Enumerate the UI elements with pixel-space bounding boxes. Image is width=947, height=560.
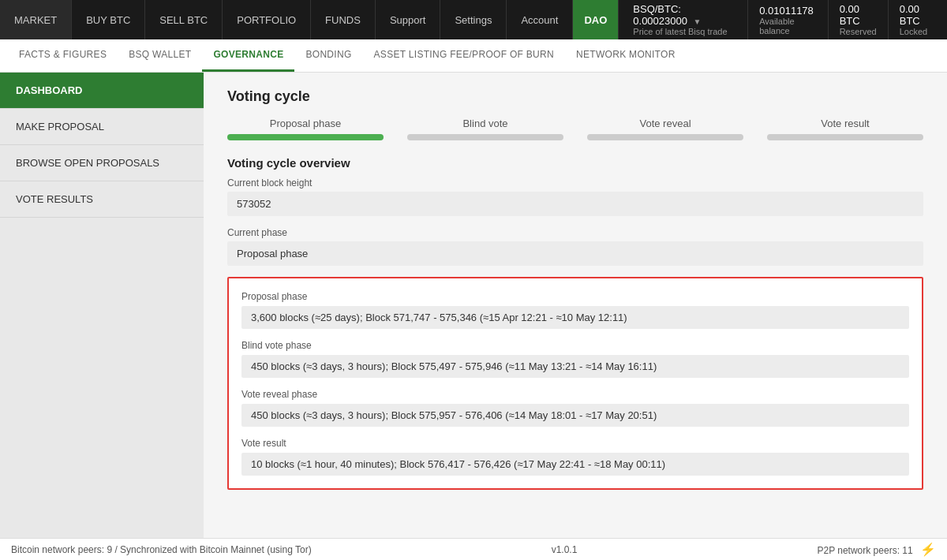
top-nav: MARKET BUY BTC SELL BTC PORTFOLIO FUNDS … [0, 0, 947, 39]
nav-portfolio[interactable]: PORTFOLIO [223, 0, 311, 39]
nav-settings[interactable]: Settings [440, 0, 507, 39]
page-title: Voting cycle [227, 88, 923, 105]
sidebar-item-browse-proposals[interactable]: BROWSE OPEN PROPOSALS [0, 145, 204, 181]
reserved-label: Reserved [840, 27, 877, 36]
sidebar-item-dashboard[interactable]: DASHBOARD [0, 73, 204, 109]
vote-result-detail-value: 10 blocks (≈1 hour, 40 minutes); Block 5… [241, 453, 909, 476]
nav-support[interactable]: Support [376, 0, 441, 39]
vote-reveal-phase-detail: Vote reveal phase 450 blocks (≈3 days, 3… [241, 389, 909, 427]
p2p-status: P2P network peers: 11 ⚡ [817, 542, 936, 557]
block-height-label: Current block height [227, 177, 923, 189]
vote-reveal-phase-detail-label: Vote reveal phase [241, 389, 909, 400]
main-layout: DASHBOARD MAKE PROPOSAL BROWSE OPEN PROP… [0, 73, 947, 538]
nav-sell-btc[interactable]: SELL BTC [145, 0, 223, 39]
vote-result-detail: Vote result 10 blocks (≈1 hour, 40 minut… [241, 438, 909, 476]
nav-dao[interactable]: DAO [573, 0, 618, 39]
voting-cycle-phases: Proposal phase Blind vote Vote reveal Vo… [227, 118, 923, 140]
phase-details-box: Proposal phase 3,600 blocks (≈25 days); … [227, 277, 923, 490]
tab-governance[interactable]: GOVERNANCE [202, 39, 294, 72]
vote-reveal-phase-detail-value: 450 blocks (≈3 days, 3 hours); Block 575… [241, 404, 909, 427]
version: v1.0.1 [312, 544, 818, 555]
blind-vote-phase-detail-label: Blind vote phase [241, 340, 909, 351]
phase-blind-label: Blind vote [462, 118, 507, 129]
bisq-logo-icon: ⚡ [920, 543, 936, 556]
locked-balance: 0.00 BTC Locked [888, 0, 947, 39]
reserved-balance: 0.00 BTC Reserved [828, 0, 888, 39]
nav-account[interactable]: Account [507, 0, 573, 39]
price-display[interactable]: BSQ/BTC: 0.00023000 ▼ Price of latest Bi… [618, 0, 747, 39]
phase-proposal-bar [227, 134, 384, 140]
top-nav-right: BSQ/BTC: 0.00023000 ▼ Price of latest Bi… [618, 0, 947, 39]
nav-market[interactable]: MARKET [0, 0, 72, 39]
phase-result-label: Vote result [821, 118, 869, 129]
proposal-phase-detail: Proposal phase 3,600 blocks (≈25 days); … [241, 291, 909, 329]
proposal-phase-detail-label: Proposal phase [241, 291, 909, 302]
available-value: 0.01011178 [759, 5, 817, 17]
price-label: Price of latest Bisq trade [633, 27, 733, 36]
phase-reveal-bar [587, 134, 743, 140]
nav-buy-btc[interactable]: BUY BTC [72, 0, 145, 39]
block-height-field: Current block height 573052 [227, 177, 923, 216]
reserved-value: 0.00 BTC [840, 3, 877, 27]
vote-result-detail-label: Vote result [241, 438, 909, 449]
nav-funds[interactable]: FUNDS [311, 0, 376, 39]
phase-proposal-col: Proposal phase [227, 118, 384, 140]
phase-proposal-label: Proposal phase [270, 118, 341, 129]
locked-value: 0.00 BTC [900, 3, 936, 27]
network-status: Bitcoin network peers: 9 / Synchronized … [11, 544, 312, 555]
content-area: Voting cycle Proposal phase Blind vote V… [204, 73, 947, 538]
tab-facts[interactable]: FACTS & FIGURES [8, 39, 118, 72]
locked-label: Locked [900, 27, 936, 36]
blind-vote-phase-detail: Blind vote phase 450 blocks (≈3 days, 3 … [241, 340, 909, 378]
phase-reveal-col: Vote reveal [587, 118, 743, 140]
tab-network-monitor[interactable]: NETWORK MONITOR [565, 39, 687, 72]
current-phase-field: Current phase Proposal phase [227, 227, 923, 266]
tab-bsq-wallet[interactable]: BSQ WALLET [118, 39, 202, 72]
status-bar: Bitcoin network peers: 9 / Synchronized … [0, 538, 947, 560]
phase-blind-bar [407, 134, 563, 140]
overview-title: Voting cycle overview [227, 156, 923, 170]
available-label: Available balance [759, 17, 817, 35]
block-height-value: 573052 [227, 192, 923, 216]
phase-blind-col: Blind vote [407, 118, 563, 140]
sidebar: DASHBOARD MAKE PROPOSAL BROWSE OPEN PROP… [0, 73, 204, 538]
price-pair-value: BSQ/BTC: 0.00023000 ▼ [633, 3, 733, 27]
phase-result-col: Vote result [767, 118, 923, 140]
phase-result-bar [767, 134, 923, 140]
sidebar-item-vote-results[interactable]: VOTE RESULTS [0, 181, 204, 218]
tab-asset-listing[interactable]: ASSET LISTING FEE/PROOF OF BURN [363, 39, 565, 72]
proposal-phase-detail-value: 3,600 blocks (≈25 days); Block 571,747 -… [241, 306, 909, 329]
phase-reveal-label: Vote reveal [639, 118, 691, 129]
secondary-nav: FACTS & FIGURES BSQ WALLET GOVERNANCE BO… [0, 39, 947, 73]
price-dropdown-icon: ▼ [694, 17, 702, 26]
tab-bonding[interactable]: BONDING [294, 39, 362, 72]
available-balance: 0.01011178 Available balance [747, 0, 828, 39]
current-phase-label: Current phase [227, 227, 923, 238]
current-phase-value: Proposal phase [227, 241, 923, 266]
blind-vote-phase-detail-value: 450 blocks (≈3 days, 3 hours); Block 575… [241, 355, 909, 378]
sidebar-item-make-proposal[interactable]: MAKE PROPOSAL [0, 109, 204, 145]
